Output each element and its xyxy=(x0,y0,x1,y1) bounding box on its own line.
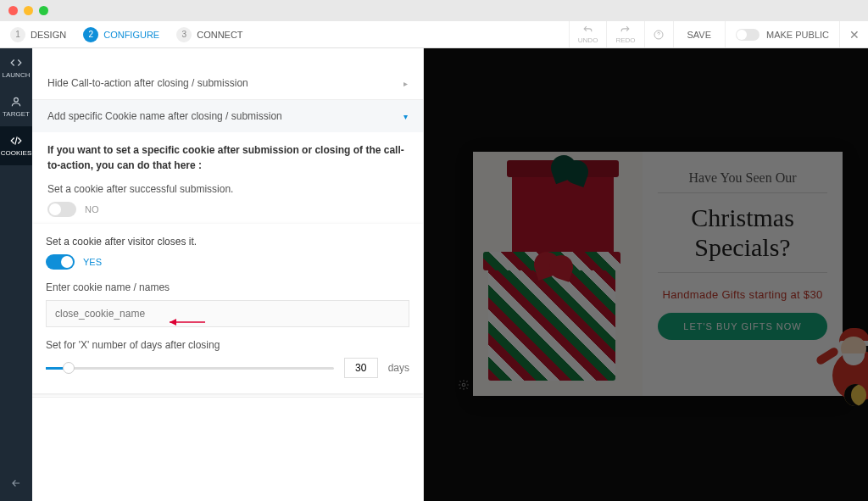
opt-submission-label: Set a cookie after successful submission… xyxy=(47,183,408,195)
code-slash-icon xyxy=(10,135,22,147)
window-zoom-dot[interactable] xyxy=(39,6,48,15)
cookie-name-field-label: Enter cookie name / names xyxy=(46,281,409,293)
step-configure[interactable]: 2 CONFIGURE xyxy=(83,27,159,42)
top-toolbar: 1 DESIGN 2 CONFIGURE 3 CONNECT UNDO REDO… xyxy=(0,21,868,48)
step-connect-label: CONNECT xyxy=(197,30,242,40)
popup-content: Have You Seen Our ChristmasSpecials? Han… xyxy=(643,152,843,396)
undo-icon xyxy=(582,25,593,36)
slider-thumb[interactable] xyxy=(63,362,75,374)
sidebar-item-target[interactable]: TARGET xyxy=(0,87,32,126)
toggle-close-value: YES xyxy=(83,257,102,267)
main-area: LAUNCH TARGET COOKIES Hide Call-to-actio… xyxy=(0,48,868,501)
redo-label: REDO xyxy=(615,36,635,44)
chevron-right-icon: ▸ xyxy=(403,79,408,88)
popup-heading-main: ChristmasSpecials? xyxy=(658,193,827,273)
sidebar-target-label: TARGET xyxy=(3,110,30,118)
step-configure-number: 2 xyxy=(83,27,98,42)
cookie-description: If you want to set a specific cookie aft… xyxy=(47,142,408,173)
step-configure-label: CONFIGURE xyxy=(103,30,159,40)
svg-point-3 xyxy=(462,383,465,387)
toggle-submission-value: NO xyxy=(85,204,99,214)
sidebar-cookies-label: COOKIES xyxy=(1,149,31,157)
sidebar-back-button[interactable] xyxy=(0,465,32,501)
opt-close-label: Set a cookie after visitor closes it. xyxy=(46,236,409,248)
make-public-label: MAKE PUBLIC xyxy=(766,30,829,40)
redo-icon xyxy=(620,25,631,36)
moon-decoration xyxy=(844,384,866,406)
settings-panel: Hide Call-to-action after closing / subm… xyxy=(32,48,424,501)
days-field-label: Set for 'X' number of days after closing xyxy=(46,339,409,351)
accordion-hide-cta[interactable]: Hide Call-to-action after closing / subm… xyxy=(32,67,423,100)
svg-point-1 xyxy=(14,97,19,102)
left-sidebar: LAUNCH TARGET COOKIES xyxy=(0,48,32,501)
accordion-cookie-body: If you want to set a specific cookie aft… xyxy=(32,132,423,397)
toggle-submission-cookie[interactable] xyxy=(47,202,76,217)
arrow-left-icon xyxy=(9,477,23,489)
toolbar-right: UNDO REDO SAVE MAKE PUBLIC ✕ xyxy=(569,21,868,47)
step-connect[interactable]: 3 CONNECT xyxy=(176,27,242,42)
santa-decoration xyxy=(824,328,868,430)
cookie-name-input[interactable] xyxy=(46,300,409,327)
popup-image xyxy=(473,152,643,396)
undo-button[interactable]: UNDO xyxy=(569,21,607,47)
window-titlebar xyxy=(0,0,868,21)
redo-button[interactable]: REDO xyxy=(606,21,643,47)
make-public-switch[interactable] xyxy=(736,29,760,41)
help-button[interactable] xyxy=(644,21,673,47)
sidebar-launch-label: LAUNCH xyxy=(3,71,31,79)
make-public-toggle[interactable]: MAKE PUBLIC xyxy=(725,21,839,47)
accordion-cookie-name[interactable]: Add specific Cookie name after closing /… xyxy=(32,100,423,398)
code-icon xyxy=(10,57,22,69)
days-input[interactable] xyxy=(344,358,378,378)
step-nav: 1 DESIGN 2 CONFIGURE 3 CONNECT xyxy=(0,21,243,47)
close-button[interactable]: ✕ xyxy=(839,21,868,47)
sidebar-item-cookies[interactable]: COOKIES xyxy=(0,126,32,165)
days-unit: days xyxy=(388,362,409,374)
accordion-cookie-name-label: Add specific Cookie name after closing /… xyxy=(47,110,282,122)
sidebar-item-launch[interactable]: LAUNCH xyxy=(0,48,32,87)
caret-down-icon: ▾ xyxy=(403,112,408,121)
undo-label: UNDO xyxy=(578,36,598,44)
popup-subtext: Handmade Gifts starting at $30 xyxy=(663,288,823,301)
help-icon xyxy=(654,30,664,40)
step-connect-number: 3 xyxy=(176,27,192,42)
step-design-number: 1 xyxy=(10,27,25,42)
close-icon: ✕ xyxy=(849,28,860,42)
popup-cta-button[interactable]: LET'S BUY GIFTS NOW xyxy=(658,313,827,340)
window-minimize-dot[interactable] xyxy=(24,6,33,15)
window-close-dot[interactable] xyxy=(8,6,18,15)
accordion-hide-cta-label: Hide Call-to-action after closing / subm… xyxy=(47,77,248,89)
toggle-close-cookie[interactable] xyxy=(46,254,75,270)
preview-canvas: ✕ Have You Seen Our ChristmasSpecials? H… xyxy=(424,48,868,501)
save-button[interactable]: SAVE xyxy=(673,21,726,47)
step-design[interactable]: 1 DESIGN xyxy=(10,27,66,42)
popup-preview: ✕ Have You Seen Our ChristmasSpecials? H… xyxy=(473,152,843,396)
popup-settings-icon[interactable] xyxy=(458,379,470,391)
save-label: SAVE xyxy=(687,30,712,40)
step-design-label: DESIGN xyxy=(31,30,66,40)
days-slider[interactable] xyxy=(46,367,334,370)
close-cookie-card: Set a cookie after visitor closes it. YE… xyxy=(32,224,423,393)
popup-heading-top: Have You Seen Our xyxy=(658,170,827,193)
user-icon xyxy=(10,96,22,108)
